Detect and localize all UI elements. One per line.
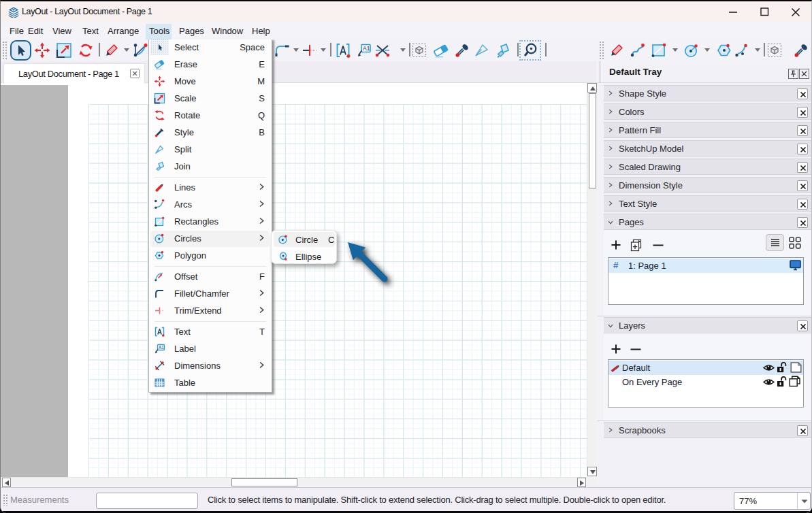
svg-text:A1: A1 — [363, 45, 370, 52]
svg-text:A1: A1 — [159, 345, 164, 350]
